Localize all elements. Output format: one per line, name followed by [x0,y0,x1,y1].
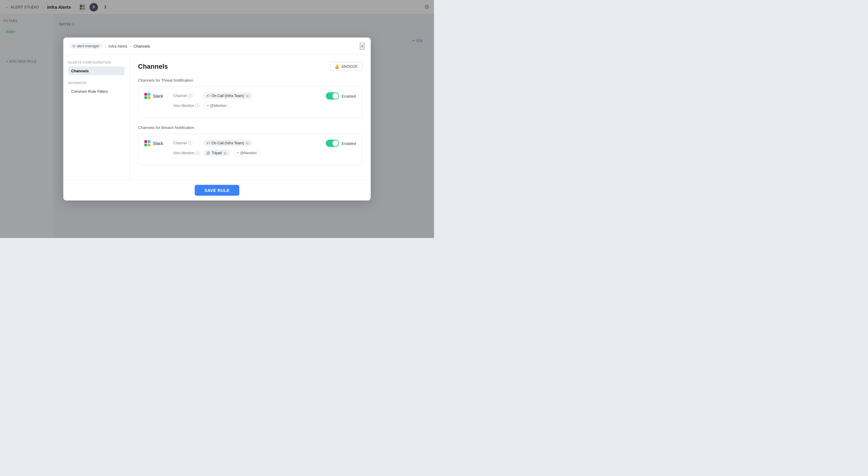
threat-channel-tag-label: On Call (Infra Team) [212,94,244,98]
sidebar-item-channels[interactable]: Channels [68,67,124,75]
breach-mention-placeholder: @Mention [240,151,257,155]
common-rule-filters-label: Common Rule Filters [71,89,108,94]
also-mention-help-icon-breach[interactable]: ? [195,151,199,155]
threat-channel-remove-btn[interactable]: ⊗ [246,94,249,98]
breach-channel-help-icon[interactable]: ? [188,141,192,145]
threat-channel-card: Slack Channel ? 🏷 On Call (Infra [138,87,362,118]
close-button[interactable]: × [360,42,365,50]
channels-label: Channels [71,69,89,73]
snooze-button[interactable]: 🔔 SNOOZE [330,62,362,71]
threat-mention-placeholder: @Mention [210,104,227,108]
breach-section-label: Channels for Breach Notification [138,125,362,130]
plus-icon-breach: + [237,151,239,155]
tripad-mention-label: Tripad [212,151,222,155]
breadcrumb: ⊙ alert-manager › Infra Alerts › Channel… [69,43,150,49]
breach-channel-card: Slack Channel ? 🏷 On Call (Infra [138,134,362,165]
threat-toggle-area: Enabled [326,93,356,100]
breach-channel-row: Slack Channel ? 🏷 On Call (Infra [144,140,356,160]
breach-toggle-label: Enabled [341,141,356,146]
breadcrumb-current: Channels [133,44,150,48]
threat-toggle-label: Enabled [341,94,356,98]
threat-section-label: Channels for Threat Notification [138,78,362,83]
slack-icon-breach [144,140,150,147]
save-rule-button[interactable]: SAVE RULE [195,185,239,196]
breach-channel-label: Channel ? [173,141,200,145]
breach-tag-icon: 🏷 [207,141,210,145]
breach-toggle-area: Enabled [326,140,356,147]
advanced-section-label: ADVANCED [68,81,124,85]
breach-slack-name: Slack [153,141,163,146]
threat-also-mention-label: Also Mention ? [173,104,200,108]
breach-mention-tags: @ Tripad ⊗ + @Mention [204,150,260,157]
at-icon: @ [207,151,210,155]
breach-slack-logo: Slack [144,140,168,147]
threat-channel-field-row: Channel ? 🏷 On Call (Infra Team) ⊗ [173,93,321,99]
threat-oncall-tag: 🏷 On Call (Infra Team) ⊗ [204,93,252,99]
toggle-knob-threat [333,93,338,99]
tripad-mention-tag: @ Tripad ⊗ [204,150,230,156]
sidebar-item-common-rule-filters[interactable]: Common Rule Filters [68,87,124,96]
breadcrumb-chip: ⊙ alert-manager [69,43,102,49]
threat-enabled-toggle[interactable] [326,93,339,100]
breadcrumb-link[interactable]: Infra Alerts [108,44,127,48]
advanced-section: ADVANCED Common Rule Filters [68,81,124,96]
channel-help-icon[interactable]: ? [188,94,192,98]
breach-mention-field-row: Also Mention ? @ Tripad ⊗ + [173,150,321,157]
breach-channel-field-row: Channel ? 🏷 On Call (Infra Team) ⊗ [173,140,321,147]
breadcrumb-sep1: › [105,44,106,49]
breadcrumb-chip-label: alert-manager [77,44,99,48]
modal-body: ALERTS CONFIGURATION Channels ADVANCED C… [63,55,371,180]
config-section-label: ALERTS CONFIGURATION [68,61,124,64]
threat-channel-tags: 🏷 On Call (Infra Team) ⊗ [204,93,254,99]
threat-channel-fields: Channel ? 🏷 On Call (Infra Team) ⊗ [173,93,321,113]
threat-slack-logo: Slack [144,93,168,99]
tag-bookmark-icon: 🏷 [207,94,210,98]
breach-enabled-toggle[interactable] [326,140,339,147]
modal-page-title: Channels [138,62,168,70]
threat-channel-row: Slack Channel ? 🏷 On Call (Infra [144,93,356,113]
modal-main-header: Channels 🔔 SNOOZE [138,62,362,71]
breadcrumb-sep2: › [130,44,131,49]
threat-channel-label: Channel ? [173,94,200,98]
plus-icon-threat: + [207,104,209,108]
tripad-remove-btn[interactable]: ⊗ [223,151,227,155]
threat-add-mention-button[interactable]: + @Mention [204,102,230,109]
modal-main: Channels 🔔 SNOOZE Channels for Threat No… [130,55,371,180]
threat-slack-name: Slack [153,94,163,98]
breach-channel-fields: Channel ? 🏷 On Call (Infra Team) ⊗ [173,140,321,160]
channels-modal: ⊙ alert-manager › Infra Alerts › Channel… [63,38,371,201]
breach-also-mention-label: Also Mention ? [173,151,200,155]
breach-channel-tags: 🏷 On Call (Infra Team) ⊗ [204,140,254,147]
modal-header: ⊙ alert-manager › Infra Alerts › Channel… [63,38,371,55]
breach-add-mention-button[interactable]: + @Mention [234,150,260,157]
breach-channel-tag-label: On Call (Infra Team) [212,141,244,145]
snooze-label: SNOOZE [341,64,358,69]
breach-oncall-tag: 🏷 On Call (Infra Team) ⊗ [204,140,252,147]
also-mention-help-icon-threat[interactable]: ? [195,104,199,108]
slack-icon-threat [144,93,150,99]
modal-sidebar: ALERTS CONFIGURATION Channels ADVANCED C… [63,55,130,180]
toggle-knob-breach [333,140,338,147]
modal-footer: SAVE RULE [63,180,371,201]
alert-manager-icon: ⊙ [72,44,75,48]
breach-channel-remove-btn[interactable]: ⊗ [246,141,249,145]
threat-mention-field-row: Also Mention ? + @Mention [173,102,321,109]
bell-icon: 🔔 [335,64,339,69]
